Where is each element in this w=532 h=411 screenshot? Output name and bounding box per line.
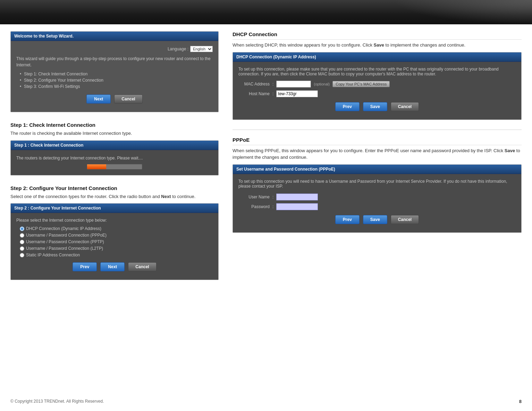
welcome-body-text: This wizard will guide you through a ste…	[16, 56, 213, 68]
pppoe-cancel-button[interactable]: Cancel	[391, 215, 419, 224]
step1-desc: The router is checking the available Int…	[10, 130, 219, 137]
pppoe-prev-button[interactable]: Prev	[335, 215, 360, 224]
dhcp-panel-header: DHCP Connection (Dynamic IP Address)	[233, 52, 521, 62]
dhcp-mac-input[interactable]	[276, 81, 311, 88]
pppoe-panel-text: To set up this connection you will need …	[238, 179, 516, 189]
step2-panel-body: Please select the Internet connection ty…	[11, 213, 218, 280]
pppoe-password-input[interactable]	[276, 203, 318, 210]
step2-btn-row: Prev Next Cancel	[16, 262, 213, 275]
step2-instruction: Please select the Internet connection ty…	[16, 218, 213, 223]
welcome-btn-row: Next Cancel	[16, 94, 213, 107]
step1-panel-header: Step 1 : Check Internet Connection	[11, 141, 218, 150]
welcome-panel: Welcome to the Setup Wizard. Language : …	[10, 31, 219, 112]
progress-bar-outer	[87, 164, 142, 170]
step1-panel-body: The routers is detecting your Internet c…	[11, 150, 218, 175]
option-l2tp[interactable]: Username / Password Connection (L2TP)	[20, 246, 213, 251]
dhcp-btn-row: Prev Save Cancel	[238, 102, 516, 115]
option-static[interactable]: Static IP Address Connection	[20, 253, 213, 257]
pppoe-password-label: Password	[238, 204, 270, 209]
pppoe-panel-body: To set up this connection you will need …	[233, 174, 521, 232]
welcome-title: Welcome to the Setup Wizard.	[14, 34, 74, 39]
welcome-panel-header: Welcome to the Setup Wizard.	[11, 32, 218, 41]
pppoe-panel-title: Set Username and Password Connection (PP…	[236, 167, 335, 172]
step2-panel: Step 2 : Configure Your Internet Connect…	[10, 203, 219, 280]
right-column: DHCP Connection When selecting DHCP, thi…	[229, 31, 522, 290]
welcome-step-3: Step 3: Confirm Wi-Fi Settings	[20, 84, 213, 89]
footer: © Copyright 2013 TRENDnet. All Rights Re…	[0, 399, 532, 404]
step1-panel-title: Step 1 : Check Internet Connection	[14, 143, 83, 148]
dhcp-save-button[interactable]: Save	[363, 102, 387, 111]
step1-section: Step 1: Check Internet Connection The ro…	[10, 122, 219, 175]
dhcp-host-input[interactable]	[276, 90, 318, 97]
pppoe-heading: PPPoE	[233, 137, 522, 145]
dhcp-cancel-button[interactable]: Cancel	[391, 102, 419, 111]
welcome-step-1: Step 1: Check Internet Connection	[20, 72, 213, 76]
welcome-section: Welcome to the Setup Wizard. Language : …	[10, 31, 219, 112]
dhcp-panel-body: To set up this connection, please make s…	[233, 62, 521, 120]
step1-progress-text: The routers is detecting your Internet c…	[16, 156, 213, 161]
step2-panel-title: Step 2 : Configure Your Internet Connect…	[14, 206, 101, 211]
pppoe-panel-header: Set Username and Password Connection (PP…	[233, 165, 521, 174]
progress-bar-inner	[87, 164, 106, 169]
step2-section: Step 2: Configure Your Internet Connecti…	[10, 185, 219, 280]
pppoe-username-label: User Name	[238, 195, 270, 199]
left-column: Welcome to the Setup Wizard. Language : …	[10, 31, 219, 290]
step1-panel: Step 1 : Check Internet Connection The r…	[10, 140, 219, 175]
footer-copyright: © Copyright 2013 TRENDnet. All Rights Re…	[10, 399, 104, 404]
step2-radio-list: DHCP Connection (Dynamic IP Address) Use…	[20, 226, 213, 257]
step2-next-button[interactable]: Next	[100, 262, 125, 271]
pppoe-username-input[interactable]	[276, 194, 318, 200]
step2-prev-button[interactable]: Prev	[73, 262, 97, 271]
option-pptp[interactable]: Username / Password Connection (PPTP)	[20, 239, 213, 244]
option-dhcp[interactable]: DHCP Connection (Dynamic IP Address)	[20, 226, 213, 231]
dhcp-mac-row: MAC Address : (optional) Copy Your PC's …	[238, 81, 516, 88]
top-header	[0, 0, 532, 24]
welcome-panel-body: Language : English This wizard will guid…	[11, 41, 218, 112]
footer-page-number: 8	[519, 399, 522, 404]
step2-cancel-button[interactable]: Cancel	[128, 262, 156, 271]
language-row: Language : English	[16, 46, 213, 52]
dhcp-mac-label: MAC Address	[238, 82, 270, 87]
pppoe-password-row: Password :	[238, 203, 516, 210]
pppoe-btn-row: Prev Save Cancel	[238, 215, 516, 228]
dhcp-panel-text: To set up this connection, please make s…	[238, 67, 516, 76]
dhcp-mac-optional: (optional)	[314, 82, 330, 86]
welcome-next-button[interactable]: Next	[86, 94, 111, 104]
pppoe-save-button[interactable]: Save	[363, 215, 387, 224]
dhcp-host-label: Host Name	[238, 91, 270, 96]
step1-heading: Step 1: Check Internet Connection	[10, 122, 219, 128]
dhcp-panel-title: DHCP Connection (Dynamic IP Address)	[236, 55, 316, 59]
language-label: Language :	[168, 47, 188, 51]
option-pppoe[interactable]: Username / Password Connection (PPPoE)	[20, 233, 213, 238]
language-dropdown[interactable]: English	[190, 46, 213, 52]
step2-heading: Step 2: Configure Your Internet Connecti…	[10, 185, 219, 191]
dhcp-prev-button[interactable]: Prev	[335, 102, 360, 111]
dhcp-desc: When selecting DHCP, this window appears…	[233, 42, 522, 49]
step2-desc: Select one of the connection types for t…	[10, 193, 219, 200]
dhcp-heading: DHCP Connection	[233, 31, 522, 40]
welcome-steps-list: Step 1: Check Internet Connection Step 2…	[20, 72, 213, 89]
dhcp-section: DHCP Connection When selecting DHCP, thi…	[233, 31, 522, 120]
copy-mac-button[interactable]: Copy Your PC's MAC Address	[332, 81, 390, 87]
welcome-step-2: Step 2: Configure Your Internet Connecti…	[20, 78, 213, 83]
welcome-cancel-button[interactable]: Cancel	[114, 94, 142, 104]
dhcp-host-row: Host Name :	[238, 90, 516, 97]
pppoe-username-row: User Name :	[238, 194, 516, 200]
pppoe-panel: Set Username and Password Connection (PP…	[233, 164, 522, 233]
step2-panel-header: Step 2 : Configure Your Internet Connect…	[11, 204, 218, 213]
pppoe-section: PPPoE When selecting PPPoE, this window …	[233, 137, 522, 233]
pppoe-desc: When selecting PPPoE, this window appear…	[233, 147, 522, 161]
right-divider	[233, 130, 522, 130]
dhcp-panel: DHCP Connection (Dynamic IP Address) To …	[233, 52, 522, 120]
